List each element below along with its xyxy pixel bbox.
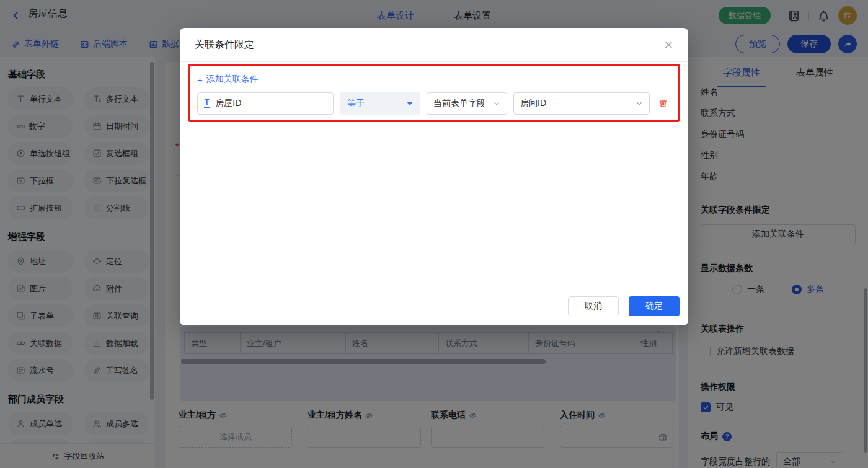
triangle-down-icon — [407, 102, 413, 105]
add-condition-link[interactable]: + 添加关联条件 — [197, 74, 259, 85]
annotation-highlight-box: + 添加关联条件 T 房屋ID 等于 当前表单字段 房间ID — [188, 64, 680, 122]
close-icon[interactable] — [664, 40, 673, 50]
delete-condition-icon[interactable] — [658, 98, 668, 108]
add-condition-link-label: 添加关联条件 — [206, 74, 259, 85]
text-field-icon: T — [204, 99, 210, 108]
operator-value: 等于 — [347, 98, 365, 109]
source-value: 当前表单字段 — [433, 98, 485, 109]
chevron-down-icon — [636, 100, 643, 107]
cancel-button[interactable]: 取消 — [568, 296, 619, 316]
condition-modal: 关联条件限定 + 添加关联条件 T 房屋ID 等于 当前表单字段 房间ID — [180, 28, 688, 325]
plus-icon: + — [197, 75, 203, 84]
condition-field-input[interactable]: T 房屋ID — [197, 92, 334, 115]
chevron-down-icon — [493, 100, 500, 107]
value-select-value: 房间ID — [520, 98, 546, 109]
value-select[interactable]: 房间ID — [513, 92, 650, 115]
source-select[interactable]: 当前表单字段 — [427, 92, 507, 115]
confirm-button[interactable]: 确定 — [629, 296, 680, 316]
condition-field-value: 房屋ID — [215, 98, 241, 109]
operator-select[interactable]: 等于 — [340, 92, 420, 115]
modal-title: 关联条件限定 — [195, 38, 254, 51]
